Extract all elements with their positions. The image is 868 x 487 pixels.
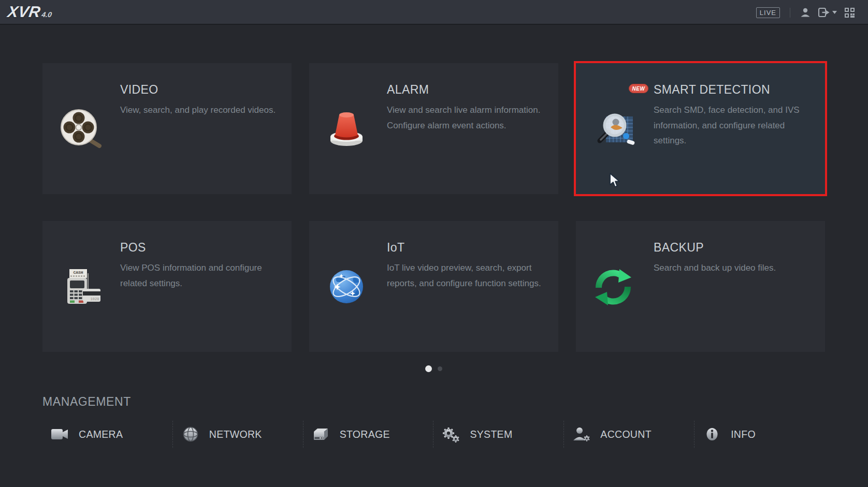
tile-description: IoT live video preview, search, export r… bbox=[387, 260, 548, 291]
user-icon[interactable] bbox=[800, 7, 811, 18]
tile-description: View, search, and play recorded videos. bbox=[120, 102, 282, 118]
svg-text:1028: 1028 bbox=[91, 297, 99, 301]
tile-description: Search and back up video files. bbox=[654, 260, 815, 276]
management-menu: CAMERA NETWORK bbox=[42, 419, 825, 449]
top-bar-controls: LIVE bbox=[756, 0, 855, 25]
management-item-storage[interactable]: STORAGE bbox=[303, 419, 434, 449]
pos-terminal-icon: CASH 1028 bbox=[57, 264, 103, 309]
pagination-dot-2[interactable] bbox=[438, 366, 442, 371]
tile-description: Search SMD, face detection, and IVS info… bbox=[654, 102, 815, 149]
tile-title: BACKUP bbox=[654, 241, 815, 255]
tile-title: IoT bbox=[387, 241, 548, 255]
user-gear-icon bbox=[572, 427, 591, 441]
tile-video[interactable]: VIDEO View, search, and play recorded vi… bbox=[42, 63, 292, 194]
tile-title: ALARM bbox=[387, 83, 548, 97]
top-bar-divider bbox=[790, 8, 790, 18]
management-item-label: SYSTEM bbox=[470, 429, 512, 440]
management-item-label: NETWORK bbox=[209, 429, 262, 440]
storage-drive-icon bbox=[312, 427, 330, 441]
globe-network-icon bbox=[324, 264, 369, 309]
live-button[interactable]: LIVE bbox=[756, 7, 780, 18]
svg-text:CASH: CASH bbox=[73, 270, 83, 275]
network-globe-icon bbox=[181, 426, 200, 442]
tile-pos[interactable]: CASH 1028 POS View POS information and c… bbox=[42, 221, 292, 352]
sync-arrows-icon bbox=[590, 264, 636, 309]
tile-alarm[interactable]: ALARM View and search live alarm informa… bbox=[309, 63, 558, 194]
management-item-camera[interactable]: CAMERA bbox=[42, 419, 173, 449]
app-logo: XVR 4.0 bbox=[7, 3, 53, 21]
tile-description: View and search live alarm information. … bbox=[387, 102, 548, 133]
tile-iot[interactable]: IoT IoT live video preview, search, expo… bbox=[309, 221, 558, 352]
main-menu-grid: VIDEO View, search, and play recorded vi… bbox=[42, 63, 825, 352]
management-item-label: ACCOUNT bbox=[600, 429, 652, 440]
chevron-down-icon bbox=[832, 11, 837, 14]
tile-smart-detection[interactable]: NEW SMART DETECTION Search SMD, face det… bbox=[576, 63, 825, 194]
info-icon bbox=[703, 427, 721, 441]
logo-text: XVR bbox=[7, 3, 42, 21]
logout-icon bbox=[818, 8, 830, 17]
tile-title: NEW SMART DETECTION bbox=[654, 83, 815, 97]
gears-icon bbox=[442, 426, 460, 442]
management-item-system[interactable]: SYSTEM bbox=[433, 419, 564, 449]
management-item-info[interactable]: INFO bbox=[695, 419, 825, 449]
management-heading: MANAGEMENT bbox=[42, 395, 131, 409]
top-bar: XVR 4.0 LIVE bbox=[0, 0, 868, 25]
new-badge: NEW bbox=[629, 84, 648, 93]
qr-code-icon[interactable] bbox=[845, 8, 855, 18]
smart-detection-magnifier-icon bbox=[594, 106, 639, 152]
management-item-label: STORAGE bbox=[340, 429, 390, 440]
management-item-network[interactable]: NETWORK bbox=[173, 419, 303, 449]
logout-control[interactable] bbox=[818, 8, 837, 17]
tile-backup[interactable]: BACKUP Search and back up video files. bbox=[576, 221, 825, 352]
management-item-label: INFO bbox=[731, 429, 756, 440]
pagination-dot-1[interactable] bbox=[425, 365, 432, 372]
logo-version: 4.0 bbox=[41, 10, 52, 19]
pagination bbox=[42, 365, 825, 372]
tile-title: POS bbox=[120, 241, 282, 255]
film-reel-icon bbox=[57, 106, 103, 152]
management-item-account[interactable]: ACCOUNT bbox=[564, 419, 695, 449]
siren-icon bbox=[324, 106, 369, 152]
tile-title: VIDEO bbox=[120, 83, 282, 97]
management-item-label: CAMERA bbox=[79, 429, 123, 440]
video-camera-icon bbox=[51, 427, 69, 441]
tile-title-text: SMART DETECTION bbox=[654, 83, 770, 96]
tile-description: View POS information and configure relat… bbox=[120, 260, 282, 291]
